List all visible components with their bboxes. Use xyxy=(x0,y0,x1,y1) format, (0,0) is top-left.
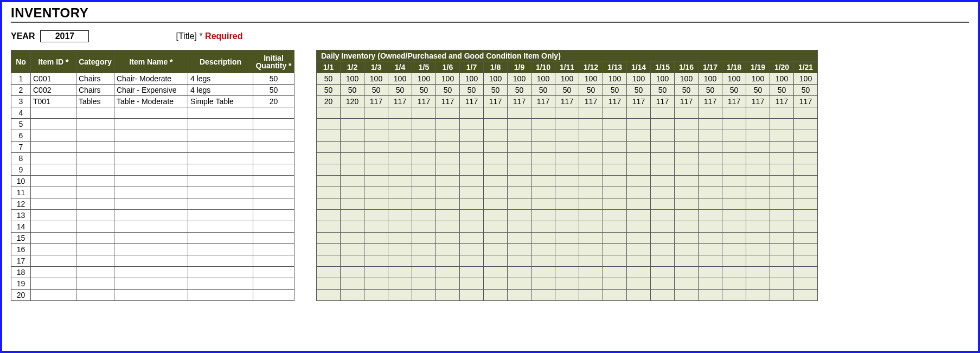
daily-cell[interactable]: 50 xyxy=(675,85,699,96)
cell-category[interactable] xyxy=(76,221,114,233)
daily-cell[interactable] xyxy=(436,198,460,210)
daily-row[interactable] xyxy=(317,221,818,233)
daily-cell[interactable] xyxy=(675,290,699,301)
daily-cell[interactable] xyxy=(508,187,531,198)
daily-cell[interactable] xyxy=(770,107,794,119)
cell-initial-qty[interactable] xyxy=(253,164,294,176)
daily-cell[interactable] xyxy=(341,176,364,187)
daily-cell[interactable]: 50 xyxy=(722,85,746,96)
daily-cell[interactable] xyxy=(508,221,531,233)
daily-cell[interactable] xyxy=(722,221,746,233)
daily-cell[interactable] xyxy=(484,176,508,187)
daily-cell[interactable]: 50 xyxy=(770,85,794,96)
table-row[interactable]: 1C001ChairsChair- Moderate4 legs50 xyxy=(11,73,294,85)
daily-cell[interactable] xyxy=(508,233,531,244)
cell-category[interactable]: Chairs xyxy=(76,85,114,96)
daily-cell[interactable] xyxy=(794,164,818,176)
table-row[interactable]: 16 xyxy=(11,244,294,255)
cell-item-name[interactable] xyxy=(114,187,188,198)
daily-cell[interactable] xyxy=(746,221,770,233)
daily-cell[interactable] xyxy=(675,164,699,176)
cell-description[interactable] xyxy=(188,153,253,164)
daily-cell[interactable] xyxy=(770,221,794,233)
daily-cell[interactable] xyxy=(603,130,627,142)
daily-cell[interactable]: 100 xyxy=(603,73,627,85)
daily-cell[interactable]: 117 xyxy=(579,96,603,107)
daily-cell[interactable] xyxy=(746,198,770,210)
daily-cell[interactable] xyxy=(412,210,436,221)
cell-initial-qty[interactable]: 50 xyxy=(253,73,294,85)
daily-cell[interactable] xyxy=(699,130,722,142)
daily-cell[interactable] xyxy=(460,210,484,221)
daily-cell[interactable] xyxy=(412,233,436,244)
daily-cell[interactable] xyxy=(675,267,699,278)
cell-item-name[interactable] xyxy=(114,107,188,119)
daily-cell[interactable] xyxy=(412,142,436,153)
daily-cell[interactable] xyxy=(603,119,627,130)
daily-cell[interactable] xyxy=(722,290,746,301)
daily-cell[interactable] xyxy=(460,233,484,244)
daily-cell[interactable] xyxy=(579,255,603,267)
cell-item-name[interactable] xyxy=(114,221,188,233)
daily-cell[interactable]: 117 xyxy=(484,96,508,107)
daily-cell[interactable] xyxy=(412,164,436,176)
daily-cell[interactable] xyxy=(675,244,699,255)
daily-cell[interactable]: 100 xyxy=(364,73,388,85)
daily-cell[interactable]: 100 xyxy=(341,73,364,85)
daily-cell[interactable] xyxy=(555,153,579,164)
daily-cell[interactable] xyxy=(388,244,412,255)
daily-cell[interactable] xyxy=(770,164,794,176)
cell-no[interactable]: 12 xyxy=(11,198,31,210)
daily-cell[interactable] xyxy=(555,142,579,153)
cell-item-name[interactable] xyxy=(114,278,188,290)
daily-cell[interactable] xyxy=(484,267,508,278)
daily-cell[interactable] xyxy=(388,130,412,142)
daily-cell[interactable] xyxy=(484,153,508,164)
cell-item-name[interactable] xyxy=(114,164,188,176)
cell-item-id[interactable] xyxy=(31,255,76,267)
cell-initial-qty[interactable] xyxy=(253,130,294,142)
daily-cell[interactable] xyxy=(770,278,794,290)
daily-cell[interactable] xyxy=(770,233,794,244)
daily-cell[interactable] xyxy=(436,130,460,142)
cell-item-id[interactable]: C001 xyxy=(31,73,76,85)
cell-category[interactable] xyxy=(76,187,114,198)
daily-cell[interactable] xyxy=(770,176,794,187)
daily-cell[interactable] xyxy=(412,153,436,164)
daily-cell[interactable] xyxy=(651,130,675,142)
daily-cell[interactable] xyxy=(317,278,341,290)
daily-cell[interactable] xyxy=(555,130,579,142)
daily-cell[interactable] xyxy=(317,130,341,142)
daily-cell[interactable] xyxy=(603,233,627,244)
daily-cell[interactable] xyxy=(722,142,746,153)
daily-cell[interactable] xyxy=(531,198,555,210)
cell-initial-qty[interactable] xyxy=(253,176,294,187)
daily-cell[interactable] xyxy=(627,290,651,301)
daily-row[interactable] xyxy=(317,233,818,244)
daily-cell[interactable]: 100 xyxy=(555,73,579,85)
daily-cell[interactable] xyxy=(341,142,364,153)
daily-cell[interactable] xyxy=(627,187,651,198)
cell-category[interactable] xyxy=(76,107,114,119)
daily-row[interactable] xyxy=(317,278,818,290)
daily-cell[interactable] xyxy=(508,255,531,267)
daily-cell[interactable] xyxy=(484,244,508,255)
daily-cell[interactable]: 100 xyxy=(699,73,722,85)
inventory-table[interactable]: No Item ID * Category Item Name * Descri… xyxy=(11,50,294,301)
daily-cell[interactable] xyxy=(508,119,531,130)
cell-initial-qty[interactable]: 50 xyxy=(253,85,294,96)
daily-cell[interactable] xyxy=(317,119,341,130)
daily-cell[interactable] xyxy=(722,210,746,221)
cell-no[interactable]: 18 xyxy=(11,267,31,278)
table-row[interactable]: 6 xyxy=(11,130,294,142)
daily-cell[interactable] xyxy=(388,233,412,244)
cell-description[interactable]: 4 legs xyxy=(188,85,253,96)
daily-cell[interactable] xyxy=(746,244,770,255)
daily-cell[interactable] xyxy=(460,255,484,267)
daily-cell[interactable] xyxy=(341,278,364,290)
daily-cell[interactable] xyxy=(555,107,579,119)
daily-cell[interactable]: 117 xyxy=(603,96,627,107)
daily-cell[interactable]: 100 xyxy=(651,73,675,85)
cell-item-id[interactable] xyxy=(31,130,76,142)
daily-cell[interactable]: 117 xyxy=(412,96,436,107)
